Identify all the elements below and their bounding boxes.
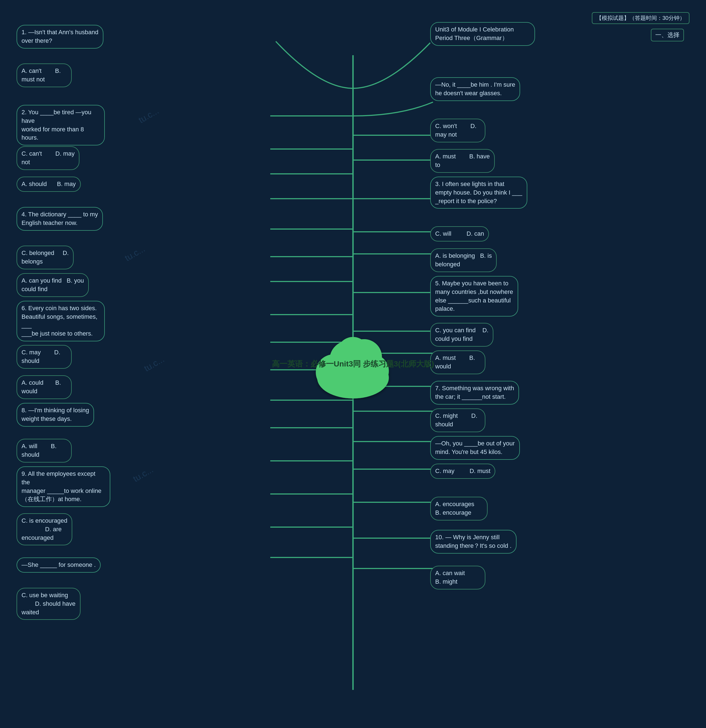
- watermark-3: tu.c...: [142, 354, 166, 374]
- node-r-q9-ab: A. encourages B. encourage: [430, 497, 488, 520]
- node-l-q6-context: 6. Every coin has two sides.Beautiful so…: [17, 301, 105, 341]
- node-l-q2-cd: C. can't D. maynot: [17, 146, 79, 170]
- node-r-q1-ab: A. must B. haveto: [430, 149, 495, 173]
- node-l-q2-ab: A. should B. may: [17, 177, 81, 192]
- node-r-q3-context: 3. I often see lights in thatempty house…: [430, 177, 527, 209]
- node-r-q3-cd: C. will D. can: [430, 226, 489, 241]
- node-r-q10-ab: A. can wait B. might: [430, 566, 486, 589]
- watermark-4: tu.c...: [131, 464, 155, 484]
- header-tag: 【模拟试题】（答题时间：30分钟）: [592, 12, 689, 24]
- node-l-q6-cd: C. may D.should: [17, 345, 72, 369]
- node-l-q1-ab: A. can't B.must not: [17, 64, 72, 87]
- section-label: 一、选择: [651, 29, 684, 41]
- node-r-q8-cd: C. may D. must: [430, 464, 495, 479]
- node-l-q4-context: 4. The dictionary ____ to myEnglish teac…: [17, 207, 103, 231]
- node-l-q6-ab: A. could B.would: [17, 375, 72, 399]
- node-l-q2-context: 2. You ____be tired —you haveworked for …: [17, 105, 105, 146]
- mind-map-container: tu.c... tu.c... tu.c... tu.c... 高一英语：必修一…: [0, 0, 706, 728]
- node-r-q8-context: —Oh, you ____be out of yourmind. You're …: [430, 436, 520, 460]
- node-l-q4-ab: A. can you find B. youcould find: [17, 273, 89, 297]
- node-l-q10-context: —She _____ for someone .: [17, 558, 101, 573]
- node-r-q1-cd: C. won't D.may not: [430, 118, 486, 142]
- cloud-center: 高一英语：必修一Unit3同 步练习题3(北师大版): [306, 328, 400, 400]
- node-l-q10-cd: C. use be waiting D. should havewaited: [17, 588, 81, 620]
- node-r-q7-context: 7. Something was wrong withthe car; it _…: [430, 381, 519, 404]
- node-unit-title: Unit3 of Module I Celebration Period Thr…: [430, 22, 535, 46]
- node-r-q3-ab: A. is belonging B. isbelonged: [430, 248, 497, 272]
- node-l-q9-cd: C. is encouraged D. areencouraged: [17, 513, 72, 545]
- node-l-q4-cd: C. belonged D.belongs: [17, 246, 73, 269]
- node-l-q8-ab: A. will B.should: [17, 439, 72, 462]
- node-r-q7-cd: C. might D.should: [430, 409, 486, 432]
- watermark-2: tu.c...: [123, 244, 147, 263]
- node-r-q10-context: 10. — Why is Jenny stillstanding there？I…: [430, 530, 517, 553]
- cloud-label: 高一英语：必修一Unit3同 步练习题3(北师大版): [272, 358, 434, 369]
- watermark-1: tu.c...: [137, 106, 160, 125]
- node-l-q8-context: 8. —I'm thinking of losingweight these d…: [17, 403, 94, 427]
- node-l-q1-context: 1. —Isn't that Ann's husbandover there?: [17, 25, 104, 49]
- node-r-q5-cd: C. you can find D.could you find: [430, 323, 493, 347]
- node-r-q1-context: —No, it ____be him . I'm surehe doesn't …: [430, 77, 520, 101]
- node-l-q9-context: 9. All the employees except themanager _…: [17, 467, 110, 507]
- node-r-q5-ab: A. must B.would: [430, 351, 486, 374]
- node-r-q5-context: 5. Maybe you have been tomany countries …: [430, 276, 518, 316]
